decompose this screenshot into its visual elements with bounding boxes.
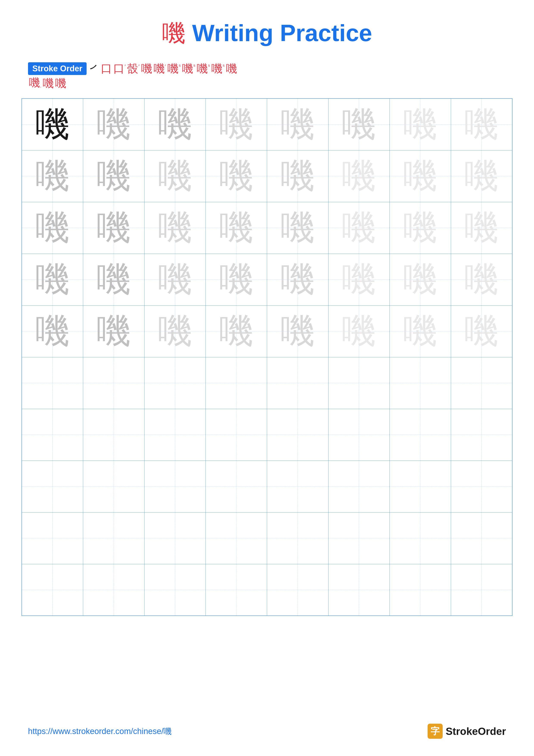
practice-char: 嘰 — [451, 150, 512, 202]
grid-cell: 嘰 — [328, 202, 390, 254]
grid-cell: 嘰 — [206, 254, 267, 305]
practice-char: 嘰 — [390, 202, 451, 254]
practice-char: 嘰 — [83, 254, 144, 305]
stroke-order-section: Stroke Order ㇒ 口 口′ 嗀′ 嘰 嘰′ 嘰ˢ 嘰ˢ 嘰ˢ 嘰ˢ … — [0, 62, 534, 90]
stroke-13: 嘰 — [43, 78, 54, 89]
grid-cell: 嘰 — [328, 98, 390, 150]
grid-cell: 嘰 — [206, 202, 267, 254]
grid-row-8 — [22, 461, 512, 512]
grid-cell: 嘰 — [83, 98, 144, 150]
grid-cell: 嘰 — [390, 254, 451, 305]
grid-cell: 嘰 — [451, 202, 512, 254]
grid-cell: 嘰 — [144, 98, 206, 150]
grid-cell: 嘰 — [83, 202, 144, 254]
practice-char: 嘰 — [83, 150, 144, 202]
grid-cell: 嘰 — [267, 98, 328, 150]
practice-char: 嘰 — [267, 254, 328, 305]
practice-char: 嘰 — [22, 254, 83, 305]
grid-cell-empty — [451, 512, 512, 564]
grid-cell: 嘰 — [451, 150, 512, 202]
grid-cell: 嘰 — [451, 254, 512, 305]
brand-name: StrokeOrder — [446, 725, 506, 737]
practice-char: 嘰 — [83, 99, 144, 150]
grid-cell: 嘰 — [22, 305, 83, 357]
grid-cell: 嘰 — [328, 150, 390, 202]
practice-char: 嘰 — [144, 202, 206, 254]
grid-cell-empty — [83, 409, 144, 461]
practice-grid: 嘰 嘰 嘰 嘰 嘰 嘰 嘰 嘰 嘰 嘰 嘰 嘰 嘰 嘰 嘰 嘰 嘰 嘰 嘰 嘰 … — [21, 98, 513, 616]
grid-cell-empty — [144, 357, 206, 409]
practice-char: 嘰 — [267, 202, 328, 254]
practice-char: 嘰 — [267, 306, 328, 357]
footer-brand: 字 StrokeOrder — [428, 724, 506, 739]
grid-cell: 嘰 — [206, 305, 267, 357]
stroke-sequence: ㇒ 口 口′ 嗀′ 嘰 嘰′ 嘰ˢ 嘰ˢ 嘰ˢ 嘰ˢ 嘰 — [88, 63, 237, 74]
stroke-3: 口′ — [113, 63, 126, 74]
grid-cell: 嘰 — [83, 305, 144, 357]
practice-char: 嘰 — [22, 150, 83, 202]
grid-row-2: 嘰 嘰 嘰 嘰 嘰 嘰 嘰 嘰 — [22, 150, 512, 202]
grid-cell-empty — [144, 409, 206, 461]
footer-url[interactable]: https://www.strokeorder.com/chinese/嘰 — [28, 726, 172, 737]
grid-cell-empty — [22, 512, 83, 564]
grid-cell-empty — [267, 409, 328, 461]
grid-row-10 — [22, 564, 512, 616]
practice-char: 嘰 — [328, 254, 390, 305]
practice-char: 嘰 — [22, 202, 83, 254]
stroke-14: 嘰 — [55, 78, 66, 89]
grid-cell: 嘰 — [267, 254, 328, 305]
stroke-8: 嘰ˢ — [182, 63, 195, 74]
practice-char: 嘰 — [206, 99, 267, 150]
stroke-order-badge: Stroke Order — [28, 62, 87, 75]
stroke-12: 嘰· — [29, 77, 41, 90]
practice-char: 嘰 — [451, 99, 512, 150]
practice-char: 嘰 — [22, 99, 83, 150]
stroke-2: 口 — [101, 63, 112, 74]
grid-cell-empty — [206, 512, 267, 564]
grid-cell-empty — [390, 409, 451, 461]
practice-char: 嘰 — [83, 202, 144, 254]
grid-cell-empty — [144, 461, 206, 512]
practice-char: 嘰 — [267, 150, 328, 202]
grid-cell: 嘰 — [22, 254, 83, 305]
grid-cell-empty — [390, 512, 451, 564]
grid-cell-empty — [144, 512, 206, 564]
grid-cell-empty — [451, 461, 512, 512]
stroke-order-row: Stroke Order ㇒ 口 口′ 嗀′ 嘰 嘰′ 嘰ˢ 嘰ˢ 嘰ˢ 嘰ˢ … — [28, 62, 506, 75]
grid-cell-empty — [267, 357, 328, 409]
grid-cell: 嘰 — [328, 254, 390, 305]
grid-cell-empty — [328, 564, 390, 616]
grid-cell-empty — [267, 512, 328, 564]
grid-cell-empty — [390, 357, 451, 409]
practice-char: 嘰 — [390, 254, 451, 305]
grid-cell-empty — [328, 357, 390, 409]
stroke-6: 嘰′ — [154, 63, 166, 74]
grid-cell-empty — [451, 564, 512, 616]
grid-cell-empty — [328, 461, 390, 512]
grid-cell: 嘰 — [267, 202, 328, 254]
grid-cell-empty — [328, 409, 390, 461]
practice-char: 嘰 — [144, 254, 206, 305]
stroke-5: 嘰 — [141, 63, 152, 74]
grid-cell-empty — [390, 461, 451, 512]
grid-cell-empty — [83, 564, 144, 616]
practice-char: 嘰 — [83, 306, 144, 357]
practice-char: 嘰 — [144, 150, 206, 202]
grid-cell-empty — [451, 409, 512, 461]
practice-char: 嘰 — [206, 254, 267, 305]
practice-char: 嘰 — [328, 202, 390, 254]
grid-cell: 嘰 — [390, 305, 451, 357]
stroke-1: ㇒ — [88, 63, 99, 74]
grid-cell: 嘰 — [390, 150, 451, 202]
practice-char: 嘰 — [144, 99, 206, 150]
grid-row-7 — [22, 409, 512, 461]
practice-char: 嘰 — [328, 99, 390, 150]
grid-row-5: 嘰 嘰 嘰 嘰 嘰 嘰 嘰 嘰 — [22, 305, 512, 357]
practice-grid-container: 嘰 嘰 嘰 嘰 嘰 嘰 嘰 嘰 嘰 嘰 嘰 嘰 嘰 嘰 嘰 嘰 嘰 嘰 嘰 嘰 … — [0, 98, 534, 616]
grid-cell: 嘰 — [83, 150, 144, 202]
grid-cell: 嘰 — [390, 98, 451, 150]
grid-cell: 嘰 — [451, 98, 512, 150]
grid-cell: 嘰 — [206, 98, 267, 150]
grid-row-6 — [22, 357, 512, 409]
grid-cell-empty — [206, 357, 267, 409]
